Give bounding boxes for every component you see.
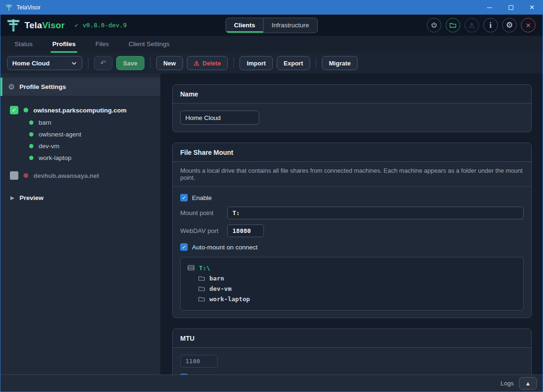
tab-profiles[interactable]: Profiles xyxy=(51,36,77,53)
maximize-icon xyxy=(509,5,513,10)
host-child-owlsnest-agent[interactable]: owlsnest-agent xyxy=(0,128,160,140)
drive-root-row: T:\ xyxy=(187,263,517,273)
app-header: TelaVisor ✓v0.8.0-dev.9 Clients Infrastr… xyxy=(0,15,543,36)
tab-files[interactable]: Files xyxy=(94,36,111,53)
tab-client-settings[interactable]: Client Settings xyxy=(127,36,171,53)
profile-select[interactable]: Home Cloud xyxy=(7,56,82,70)
folder-button[interactable] xyxy=(446,18,460,32)
mtu-input[interactable] xyxy=(180,355,218,368)
settings-button[interactable]: ⚙ xyxy=(502,18,517,32)
warning-button[interactable]: ⚠ xyxy=(464,18,479,32)
settings-content: Name File Share Mount Mounts a local dri… xyxy=(161,73,543,375)
automount-checkbox[interactable]: ✓ xyxy=(180,243,188,251)
logs-expand-button[interactable]: ▲ xyxy=(519,377,537,390)
mount-preview-tree: T:\ barn dev-vm xyxy=(180,257,524,311)
power-icon xyxy=(431,22,438,29)
toolbar-separator xyxy=(88,57,88,69)
minimize-icon xyxy=(487,8,492,8)
sidebar-item-preview[interactable]: ▶ Preview xyxy=(0,191,160,204)
header-icon-buttons: ⚠ i ⚙ × xyxy=(427,18,543,32)
host-tree: ✓ owlsnest.parkscomputing.com barn owlsn… xyxy=(0,96,160,204)
toolbar-separator xyxy=(316,57,316,69)
host-child-work-laptop[interactable]: work-laptop xyxy=(0,152,160,164)
mount-point-input[interactable] xyxy=(227,207,524,219)
mode-toggle: Clients Infrastructure xyxy=(225,17,318,33)
gear-icon: ⚙ xyxy=(506,20,513,30)
name-card: Name xyxy=(172,84,532,132)
check-icon: ✓ xyxy=(12,107,16,113)
titlebar: TelaVisor × xyxy=(0,0,543,15)
enable-checkbox[interactable]: ✓ xyxy=(180,194,188,201)
brand: TelaVisor ✓v0.8.0-dev.9 xyxy=(0,18,127,32)
name-card-title: Name xyxy=(173,85,531,104)
sidebar: ⚙ Profile Settings ✓ owlsnest.parkscompu… xyxy=(0,73,161,375)
webdav-port-input[interactable] xyxy=(227,224,264,237)
minimize-button[interactable] xyxy=(479,0,500,15)
folder-icon xyxy=(198,296,205,302)
host-child-barn[interactable]: barn xyxy=(0,117,160,128)
toggle-infrastructure[interactable]: Infrastructure xyxy=(263,18,317,32)
mount-point-label: Mount point xyxy=(180,209,227,216)
status-bar: Logs ▲ xyxy=(0,375,543,392)
host-checkbox[interactable]: ✓ xyxy=(10,106,18,114)
warning-icon: ⚠ xyxy=(469,21,475,30)
export-button[interactable]: Export xyxy=(277,56,310,70)
toolbar-separator xyxy=(233,57,234,69)
mtu-card-title: MTU xyxy=(173,329,531,348)
tab-status[interactable]: Status xyxy=(13,36,34,53)
host-checkbox-unchecked[interactable] xyxy=(10,171,18,180)
disconnect-button[interactable]: × xyxy=(521,18,535,32)
status-dot-offline xyxy=(24,173,28,178)
host-row-owlsnest[interactable]: ✓ owlsnest.parkscomputing.com xyxy=(0,104,160,117)
import-button[interactable]: Import xyxy=(240,56,272,70)
brand-name: TelaVisor xyxy=(24,20,65,31)
status-dot-online xyxy=(29,132,33,136)
save-button[interactable]: Save xyxy=(116,56,144,70)
close-window-button[interactable]: × xyxy=(521,0,543,15)
maximize-button[interactable] xyxy=(500,0,521,15)
webdav-port-row: WebDAV port xyxy=(180,224,524,237)
new-button[interactable]: New xyxy=(156,56,183,70)
tab-bar: Status Profiles Files Client Settings xyxy=(0,36,543,53)
close-icon: × xyxy=(530,3,535,12)
check-icon: ✓ xyxy=(182,244,186,250)
app-window: TelaVisor × TelaVisor ✓v0.8.0-dev.9 xyxy=(0,0,543,392)
body-area: ⚙ Profile Settings ✓ owlsnest.parkscompu… xyxy=(0,73,543,375)
host-child-dev-vm[interactable]: dev-vm xyxy=(0,140,160,152)
profile-toolbar: Home Cloud ↶ Save New ⚠Delete Import Exp… xyxy=(0,53,543,73)
status-dot-online xyxy=(24,108,28,112)
folder-icon xyxy=(198,286,205,292)
mount-point-row: Mount point xyxy=(180,207,524,219)
info-icon: i xyxy=(489,21,491,30)
tree-folder-row: work-laptop xyxy=(187,294,517,304)
power-button[interactable] xyxy=(427,18,441,32)
undo-button[interactable]: ↶ xyxy=(94,56,112,70)
enable-checkbox-row[interactable]: ✓ Enable xyxy=(180,194,524,201)
toggle-clients[interactable]: Clients xyxy=(226,18,263,32)
gear-icon: ⚙ xyxy=(8,82,15,91)
delete-button[interactable]: ⚠Delete xyxy=(187,56,228,70)
triangle-up-icon: ▲ xyxy=(525,380,531,387)
toolbar-separator xyxy=(150,57,151,69)
version-label: ✓v0.8.0-dev.9 xyxy=(75,22,127,29)
migrate-button[interactable]: Migrate xyxy=(322,56,358,70)
logs-label: Logs xyxy=(501,380,514,387)
sidebar-item-profile-settings[interactable]: ⚙ Profile Settings xyxy=(0,78,160,96)
host-row-devhub[interactable]: devhub.awansaya.net xyxy=(0,169,160,182)
window-title: TelaVisor xyxy=(16,4,40,11)
check-icon: ✓ xyxy=(182,195,186,201)
info-button[interactable]: i xyxy=(483,18,498,32)
mtu-card: MTU ✓ Use default (1100) xyxy=(172,328,532,375)
tree-folder-row: dev-vm xyxy=(187,283,517,294)
automount-checkbox-row[interactable]: ✓ Auto-mount on connect xyxy=(180,243,524,251)
close-circle-icon: × xyxy=(526,20,531,31)
status-dot-online xyxy=(29,120,33,125)
tree-folder-row: barn xyxy=(187,273,517,283)
file-share-card-title: File Share Mount xyxy=(173,143,531,162)
folder-icon xyxy=(449,22,456,29)
app-logo-icon xyxy=(5,4,13,11)
version-check-icon: ✓ xyxy=(75,22,79,29)
profile-name-input[interactable] xyxy=(180,111,259,125)
warning-icon: ⚠ xyxy=(194,60,200,67)
drive-icon xyxy=(187,264,195,271)
